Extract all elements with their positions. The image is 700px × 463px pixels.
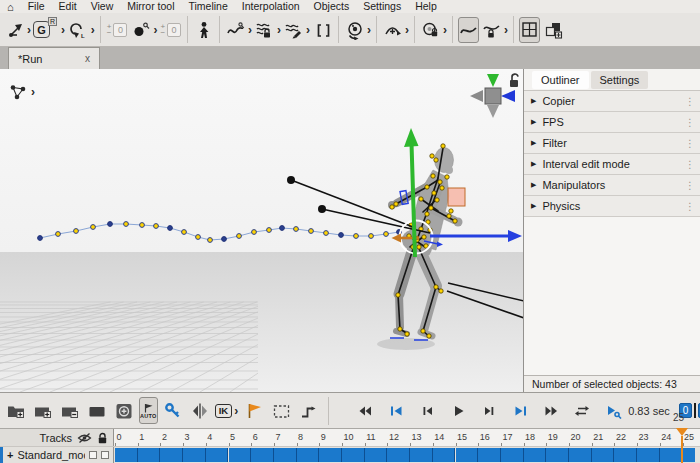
gizmo-y-axis[interactable] bbox=[487, 74, 499, 87]
track-frame-cell[interactable] bbox=[569, 448, 592, 462]
chevron-icon[interactable]: › bbox=[248, 24, 252, 36]
joint-point[interactable] bbox=[417, 245, 421, 249]
play-with-keys-button[interactable] bbox=[601, 399, 625, 423]
step-mode-button[interactable] bbox=[296, 399, 320, 423]
grip-icon[interactable]: ⋮ bbox=[685, 180, 695, 191]
joint-point[interactable] bbox=[398, 327, 402, 331]
joint-point[interactable] bbox=[440, 186, 444, 190]
track-timeline[interactable] bbox=[114, 448, 695, 462]
viewport-3d[interactable]: › bbox=[0, 69, 524, 392]
home-icon[interactable]: ⌂ bbox=[7, 1, 14, 13]
joint-point[interactable] bbox=[431, 174, 435, 178]
trajectory-point[interactable] bbox=[309, 229, 314, 234]
chevron-icon[interactable]: › bbox=[27, 24, 31, 36]
track-frame-cell[interactable] bbox=[592, 448, 615, 462]
key-tool-button[interactable] bbox=[161, 399, 185, 423]
track-frame-cell[interactable] bbox=[115, 448, 138, 462]
trajectory-point[interactable] bbox=[354, 234, 359, 239]
track-frame-cell[interactable] bbox=[433, 448, 456, 462]
track-frame-cell[interactable] bbox=[478, 448, 501, 462]
mirror-pose-button[interactable] bbox=[188, 399, 212, 423]
grip-icon[interactable]: ⋮ bbox=[685, 138, 695, 149]
chevron-icon[interactable]: › bbox=[91, 24, 95, 36]
joint-point[interactable] bbox=[435, 198, 439, 202]
trajectories-lock-icon[interactable] bbox=[254, 17, 275, 43]
camera-rotate-icon[interactable] bbox=[344, 17, 365, 43]
marquee-select-button[interactable] bbox=[269, 399, 293, 423]
trajectory-point[interactable] bbox=[208, 238, 213, 243]
joint-point[interactable] bbox=[453, 219, 457, 223]
interpolation-wave-button[interactable] bbox=[458, 17, 479, 43]
menu-item-interpolation[interactable]: Interpolation bbox=[235, 0, 307, 13]
joint-point[interactable] bbox=[427, 334, 431, 338]
arc-add-icon[interactable] bbox=[382, 17, 403, 43]
track-frame-cell[interactable] bbox=[365, 448, 388, 462]
trajectory-point[interactable] bbox=[154, 224, 159, 229]
chevron-icon[interactable]: › bbox=[306, 24, 310, 36]
track-frame-cell[interactable] bbox=[387, 448, 410, 462]
trajectory-point[interactable] bbox=[108, 222, 113, 227]
track-frame-cell[interactable] bbox=[183, 448, 206, 462]
trajectory-point[interactable] bbox=[280, 226, 285, 231]
interval-add-button[interactable] bbox=[4, 399, 28, 423]
track-name[interactable]: Standard_model bbox=[17, 449, 85, 461]
tab-close-button[interactable]: x bbox=[85, 53, 90, 64]
joint-point[interactable] bbox=[390, 205, 394, 209]
move-pivot-tool-icon[interactable] bbox=[4, 17, 25, 43]
joint-point[interactable] bbox=[396, 293, 400, 297]
menu-item-mirror-tool[interactable]: Mirror tool bbox=[120, 0, 181, 13]
panel-section-manipulators[interactable]: ▶Manipulators⋮ bbox=[524, 175, 700, 196]
tab-outliner[interactable]: Outliner bbox=[532, 71, 589, 89]
trajectory-point[interactable] bbox=[222, 237, 227, 242]
joint-point[interactable] bbox=[447, 214, 451, 218]
panel-section-physics[interactable]: ▶Physics⋮ bbox=[524, 196, 700, 217]
chevron-icon[interactable]: › bbox=[443, 24, 447, 36]
grip-icon[interactable]: ⋮ bbox=[685, 117, 695, 128]
track-remove-button[interactable] bbox=[58, 399, 82, 423]
frame-ruler[interactable]: 0123456789101112131415161718192021222324… bbox=[114, 429, 700, 446]
track-frame-cell[interactable] bbox=[138, 448, 161, 462]
trajectory-point[interactable] bbox=[140, 223, 145, 228]
track-frame-cell[interactable] bbox=[683, 448, 696, 462]
menu-item-objects[interactable]: Objects bbox=[307, 0, 357, 13]
joint-point[interactable] bbox=[430, 154, 434, 158]
view-orientation-gizmo[interactable] bbox=[467, 71, 521, 123]
joint-point[interactable] bbox=[394, 202, 398, 206]
auto-keyframe-toggle[interactable]: AUTO bbox=[139, 397, 158, 424]
trajectory-point[interactable] bbox=[369, 234, 374, 239]
trajectory-point[interactable] bbox=[324, 231, 329, 236]
track-frame-cell[interactable] bbox=[524, 448, 547, 462]
trajectory-point[interactable] bbox=[182, 230, 187, 235]
joint-point[interactable] bbox=[425, 212, 429, 216]
wave-lock-icon[interactable] bbox=[481, 17, 502, 43]
document-tab[interactable]: *Run x bbox=[8, 47, 100, 69]
spinner-right[interactable]: +− 0 bbox=[160, 23, 181, 37]
skip-to-end-button[interactable] bbox=[508, 399, 532, 423]
expand-arrow-icon[interactable]: ▶ bbox=[531, 118, 536, 126]
track-frame-cell[interactable] bbox=[319, 448, 342, 462]
panel-section-fps[interactable]: ▶FPS⋮ bbox=[524, 112, 700, 133]
interval-solid-button[interactable] bbox=[85, 399, 109, 423]
chevron-icon[interactable]: › bbox=[367, 24, 371, 36]
chevron-icon[interactable]: › bbox=[61, 24, 65, 36]
joint-point[interactable] bbox=[449, 209, 453, 213]
panel-section-filter[interactable]: ▶Filter⋮ bbox=[524, 133, 700, 154]
trajectory-point[interactable] bbox=[56, 232, 61, 237]
expand-arrow-icon[interactable]: ▶ bbox=[531, 202, 536, 210]
track-frame-cell[interactable] bbox=[297, 448, 320, 462]
track-frame-cell[interactable] bbox=[614, 448, 637, 462]
playhead-marker[interactable] bbox=[676, 428, 688, 436]
trajectory-point[interactable] bbox=[252, 230, 257, 235]
chevron-icon[interactable]: › bbox=[405, 24, 409, 36]
skip-to-start-button[interactable] bbox=[384, 399, 408, 423]
menu-item-settings[interactable]: Settings bbox=[356, 0, 408, 13]
trajectory[interactable] bbox=[38, 222, 402, 243]
chevron-icon[interactable]: › bbox=[153, 24, 157, 36]
loop-toggle-button[interactable] bbox=[570, 399, 594, 423]
track-frame-cell[interactable] bbox=[206, 448, 229, 462]
expand-track-button[interactable]: + bbox=[7, 449, 13, 461]
track-frame-cell[interactable] bbox=[274, 448, 297, 462]
flag-marker-button[interactable] bbox=[242, 399, 266, 423]
previous-frame-button[interactable] bbox=[415, 399, 439, 423]
joint-point[interactable] bbox=[419, 197, 423, 201]
